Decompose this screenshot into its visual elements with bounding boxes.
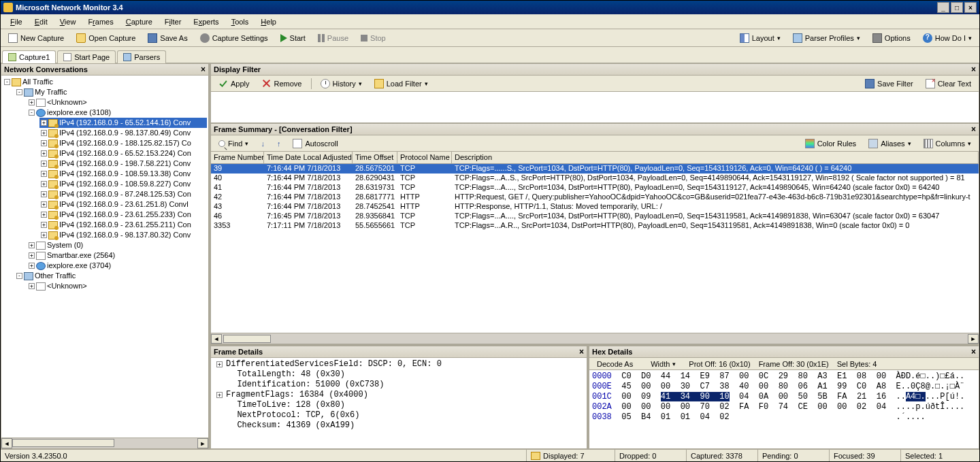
- fs-aliases-button[interactable]: Aliases: [864, 137, 915, 150]
- toggle-icon[interactable]: +: [29, 99, 35, 105]
- tree-other-unknown[interactable]: +<Unknown>: [27, 281, 207, 291]
- fs-columns-button[interactable]: Columns: [919, 137, 976, 150]
- df-load-button[interactable]: Load Filter: [370, 77, 433, 90]
- netconv-tree[interactable]: -All Traffic -My Traffic +<Unknown> -iex…: [1, 76, 209, 438]
- fd-line[interactable]: NextProtocol: TCP, 6(0x6): [227, 410, 585, 420]
- df-save-button[interactable]: Save Filter: [860, 77, 918, 90]
- expand-icon[interactable]: +: [216, 361, 223, 367]
- toggle-icon[interactable]: +: [41, 171, 47, 177]
- tree-conversation[interactable]: +IPv4 (192.168.0.9 - 98.137.80.32) Conv: [39, 230, 207, 240]
- tree-conversation[interactable]: +IPv4 (192.168.0.9 - 198.7.58.221) Conv: [39, 159, 207, 169]
- tree-system[interactable]: +System (0): [27, 240, 207, 250]
- col-frame-number[interactable]: Frame Number: [211, 152, 264, 163]
- table-row[interactable]: 427:16:44 PM 7/18/201328.6817771HTTPHTTP…: [211, 193, 979, 202]
- stop-button[interactable]: Stop: [356, 32, 391, 44]
- menu-frames[interactable]: Frames: [82, 16, 118, 27]
- df-remove-button[interactable]: Remove: [257, 77, 307, 90]
- df-close-icon[interactable]: ×: [971, 65, 976, 74]
- toggle-icon[interactable]: +: [41, 232, 47, 238]
- toggle-icon[interactable]: +: [41, 130, 47, 136]
- toggle-icon[interactable]: +: [41, 120, 47, 126]
- fd-line[interactable]: Checksum: 41369 (0xA199): [227, 420, 585, 431]
- options-button[interactable]: Options: [868, 31, 915, 45]
- maximize-button[interactable]: □: [951, 2, 963, 13]
- new-capture-button[interactable]: New Capture: [3, 31, 69, 45]
- df-text-input[interactable]: [210, 92, 979, 123]
- tree-conversation[interactable]: +IPv4 (192.168.0.9 - 108.59.8.227) Conv: [39, 179, 207, 189]
- menu-view[interactable]: View: [54, 16, 82, 27]
- scroll-right-icon[interactable]: ►: [968, 334, 979, 344]
- df-apply-button[interactable]: Apply: [214, 77, 255, 90]
- toggle-icon[interactable]: -: [16, 273, 22, 279]
- tree-other-traffic[interactable]: -Other Traffic: [15, 271, 207, 281]
- fd-line[interactable]: TimeToLive: 128 (0x80): [227, 400, 585, 410]
- fs-grid[interactable]: Frame Number Time Date Local Adjusted Ti…: [210, 152, 979, 333]
- toggle-icon[interactable]: +: [41, 140, 47, 146]
- tab-capture1[interactable]: Capture1: [2, 50, 56, 63]
- hex-row[interactable]: 0000 C0 D0 44 14 E9 87 00 0C 29 80 A3 E1…: [592, 372, 976, 382]
- menu-edit[interactable]: Edit: [29, 16, 53, 27]
- netconv-hscroll[interactable]: ◄ ►: [1, 438, 209, 449]
- menu-file[interactable]: File: [5, 16, 28, 27]
- tree-iexplore-3704[interactable]: +iexplore.exe (3704): [27, 261, 207, 271]
- fd-close-icon[interactable]: ×: [579, 347, 584, 357]
- hex-row[interactable]: 001C 00 09 41 34 90 10 04 0A 00 50 5B FA…: [592, 392, 976, 402]
- scroll-thumb[interactable]: [223, 335, 271, 343]
- toggle-icon[interactable]: +: [41, 212, 47, 218]
- tree-iexplore-3108[interactable]: -iexplore.exe (3108): [27, 108, 207, 118]
- open-capture-button[interactable]: Open Capture: [71, 31, 140, 45]
- tab-start-page[interactable]: Start Page: [57, 50, 116, 63]
- df-history-button[interactable]: History: [316, 77, 367, 90]
- pause-button[interactable]: Pause: [313, 32, 353, 44]
- tree-all-traffic[interactable]: -All Traffic: [3, 77, 207, 87]
- tree-conversation[interactable]: +IPv4 (192.168.0.9 - 188.125.82.157) Co: [39, 138, 207, 148]
- fs-autoscroll-button[interactable]: Autoscroll: [288, 137, 342, 150]
- fd-line[interactable]: +FragmentFlags: 16384 (0x4000): [227, 390, 585, 400]
- col-time-date[interactable]: Time Date Local Adjusted: [264, 152, 353, 163]
- tree-smartbar[interactable]: +Smartbar.exe (2564): [27, 250, 207, 261]
- scroll-left-icon[interactable]: ◄: [211, 334, 222, 344]
- fs-find-button[interactable]: Find: [214, 137, 253, 150]
- capture-settings-button[interactable]: Capture Settings: [195, 31, 273, 45]
- menu-capture[interactable]: Capture: [120, 16, 158, 27]
- toggle-icon[interactable]: -: [16, 89, 22, 95]
- tree-unknown[interactable]: +<Unknown>: [27, 97, 207, 108]
- toggle-icon[interactable]: +: [41, 181, 47, 187]
- table-row[interactable]: 397:16:44 PM 7/18/201328.5675201TCPTCP:F…: [211, 164, 979, 174]
- parser-profiles-button[interactable]: Parser Profiles: [788, 31, 865, 45]
- tree-my-traffic[interactable]: -My Traffic: [15, 87, 207, 97]
- toggle-icon[interactable]: +: [41, 150, 47, 156]
- menu-tools[interactable]: Tools: [226, 16, 255, 27]
- table-row[interactable]: 467:16:45 PM 7/18/201328.9356841TCPTCP:F…: [211, 212, 979, 221]
- fs-close-icon[interactable]: ×: [971, 125, 976, 134]
- fs-down-button[interactable]: ↓: [256, 137, 270, 150]
- expand-icon[interactable]: +: [216, 392, 223, 398]
- tab-parsers[interactable]: Parsers: [117, 50, 166, 63]
- fd-line[interactable]: TotalLength: 48 (0x30): [227, 369, 585, 380]
- tree-conversation[interactable]: +IPv4 (192.168.0.9 - 65.52.153.224) Con: [39, 148, 207, 159]
- scroll-thumb[interactable]: [12, 439, 114, 447]
- menu-experts[interactable]: Experts: [188, 16, 224, 27]
- tree-conversation[interactable]: +IPv4 (192.168.0.9 - 23.61.251.8) ConvI: [39, 199, 207, 210]
- df-clear-button[interactable]: Clear Text: [921, 77, 976, 90]
- toggle-icon[interactable]: +: [29, 252, 35, 259]
- save-as-button[interactable]: Save As: [143, 31, 192, 45]
- hex-row[interactable]: 002A 00 00 00 00 70 02 FA F0 74 CE 00 00…: [592, 402, 976, 412]
- hx-close-icon[interactable]: ×: [971, 347, 976, 357]
- toggle-icon[interactable]: -: [29, 110, 35, 116]
- toggle-icon[interactable]: +: [41, 222, 47, 228]
- tree-conversation[interactable]: +IPv4 (192.168.0.9 - 23.61.255.233) Con: [39, 210, 207, 220]
- toggle-icon[interactable]: +: [29, 263, 35, 269]
- layout-button[interactable]: Layout: [735, 31, 785, 45]
- hx-width-button[interactable]: Width: [646, 358, 681, 370]
- fs-up-button[interactable]: ↑: [272, 137, 286, 150]
- menu-filter[interactable]: Filter: [159, 16, 186, 27]
- col-time-offset[interactable]: Time Offset: [353, 152, 397, 163]
- tree-conversation[interactable]: +IPv4 (192.168.0.9 - 108.59.13.38) Conv: [39, 169, 207, 179]
- toggle-icon[interactable]: +: [29, 242, 35, 248]
- menu-help[interactable]: Help: [255, 16, 282, 27]
- scroll-left-icon[interactable]: ◄: [1, 438, 12, 448]
- fd-line[interactable]: +DifferentiatedServicesField: DSCP: 0, E…: [227, 359, 585, 369]
- netconv-close-icon[interactable]: ×: [201, 65, 206, 74]
- start-button[interactable]: Start: [276, 32, 310, 44]
